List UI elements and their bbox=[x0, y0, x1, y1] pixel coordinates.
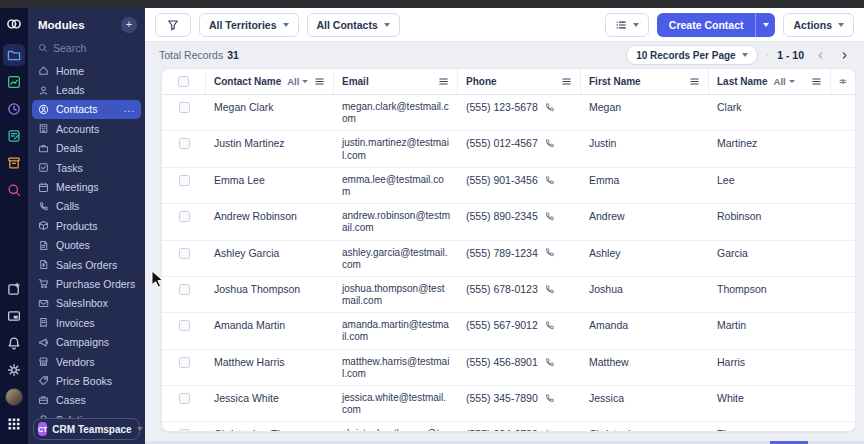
dashboard-chart[interactable] bbox=[3, 71, 25, 93]
actions-dropdown[interactable]: Actions bbox=[783, 13, 854, 37]
more-options-icon[interactable]: ... bbox=[124, 107, 135, 111]
phone-number[interactable]: (555) 567-9012 bbox=[466, 319, 538, 332]
zia-search[interactable] bbox=[3, 179, 25, 201]
row-checkbox[interactable] bbox=[179, 211, 190, 222]
row-checkbox[interactable] bbox=[179, 248, 190, 259]
sidebar-item-invoices[interactable]: Invoices bbox=[32, 313, 141, 332]
notifications-bell[interactable] bbox=[3, 332, 25, 354]
filter-button[interactable] bbox=[155, 13, 191, 37]
first-name-cell[interactable]: Christopher bbox=[581, 422, 709, 431]
view-mode-button[interactable] bbox=[605, 13, 649, 37]
column-menu-button[interactable] bbox=[689, 76, 700, 87]
table-row[interactable]: Ashley Garciaashley.garcia@testmail.com(… bbox=[162, 241, 855, 277]
column-menu-button[interactable] bbox=[438, 76, 449, 87]
sidebar-item-calls[interactable]: Calls bbox=[32, 197, 141, 216]
contact-name-cell[interactable]: Amanda Martin bbox=[206, 313, 334, 337]
column-header-phone[interactable]: Phone bbox=[458, 69, 581, 94]
email-cell[interactable]: joshua.thompson@testmail.com bbox=[334, 277, 458, 312]
territories-dropdown[interactable]: All Territories bbox=[199, 13, 299, 37]
column-header-first-name[interactable]: First Name bbox=[581, 69, 709, 94]
last-name-cell[interactable]: Thomas bbox=[709, 422, 831, 431]
sidebar-item-quotes[interactable]: Quotes bbox=[32, 236, 141, 255]
zoho-logo[interactable] bbox=[3, 13, 25, 35]
email-cell[interactable]: justin.martinez@testmail.com bbox=[334, 131, 458, 166]
last-name-cell[interactable]: Martin bbox=[709, 313, 831, 337]
contact-name-cell[interactable]: Emma Lee bbox=[206, 168, 334, 192]
first-name-cell[interactable]: Andrew bbox=[581, 204, 709, 228]
phone-number[interactable]: (555) 789-1234 bbox=[466, 247, 538, 260]
first-name-cell[interactable]: Jessica bbox=[581, 386, 709, 410]
last-name-cell[interactable]: Robinson bbox=[709, 204, 831, 228]
screen-share[interactable] bbox=[3, 305, 25, 327]
row-checkbox[interactable] bbox=[179, 429, 190, 431]
table-row[interactable]: Jessica Whitejessica.white@testmail.com(… bbox=[162, 386, 855, 422]
column-header-contact-name[interactable]: Contact NameAll bbox=[206, 69, 334, 94]
sidebar-item-campaigns[interactable]: Campaigns bbox=[32, 332, 141, 351]
contact-name-cell[interactable]: Matthew Harris bbox=[206, 350, 334, 374]
table-row[interactable]: Megan Clarkmegan.clark@testmail.com(555)… bbox=[162, 95, 855, 131]
table-row[interactable]: Christopher Thomaschristopher.thomas@tes… bbox=[162, 422, 855, 431]
first-name-cell[interactable]: Ashley bbox=[581, 241, 709, 265]
sidebar-item-home[interactable]: Home bbox=[32, 61, 141, 80]
records-per-page-dropdown[interactable]: 10 Records Per Page bbox=[626, 45, 758, 65]
sidebar-item-cases[interactable]: Cases bbox=[32, 391, 141, 410]
sidebar-item-tasks[interactable]: Tasks bbox=[32, 158, 141, 177]
contact-name-cell[interactable]: Andrew Robinson bbox=[206, 204, 334, 228]
sidebar-item-price-books[interactable]: Price Books bbox=[32, 371, 141, 390]
last-name-cell[interactable]: Clark bbox=[709, 95, 831, 119]
email-cell[interactable]: megan.clark@testmail.com bbox=[334, 95, 458, 130]
phone-number[interactable]: (555) 678-0123 bbox=[466, 283, 538, 296]
modules-folder[interactable] bbox=[3, 44, 25, 66]
phone-number[interactable]: (555) 012-4567 bbox=[466, 137, 538, 150]
table-row[interactable]: Amanda Martinamanda.martin@testmail.com(… bbox=[162, 313, 855, 349]
column-menu-button[interactable] bbox=[811, 76, 822, 87]
row-checkbox[interactable] bbox=[179, 284, 190, 295]
first-name-cell[interactable]: Megan bbox=[581, 95, 709, 119]
phone-number[interactable]: (555) 901-3456 bbox=[466, 174, 538, 187]
previous-page-button[interactable] bbox=[812, 47, 828, 63]
table-row[interactable]: Matthew Harrismatthew.harris@testmail.co… bbox=[162, 350, 855, 386]
sidebar-item-meetings[interactable]: Meetings bbox=[32, 177, 141, 196]
contact-name-cell[interactable]: Justin Martinez bbox=[206, 131, 334, 155]
last-name-cell[interactable]: Harris bbox=[709, 350, 831, 374]
select-all-checkbox[interactable] bbox=[178, 76, 189, 87]
contact-name-cell[interactable]: Jessica White bbox=[206, 386, 334, 410]
row-checkbox[interactable] bbox=[179, 393, 190, 404]
email-cell[interactable]: christopher.thomas@testmail.com bbox=[334, 422, 458, 431]
email-cell[interactable]: ashley.garcia@testmail.com bbox=[334, 241, 458, 276]
row-checkbox[interactable] bbox=[179, 102, 190, 113]
row-checkbox[interactable] bbox=[179, 357, 190, 368]
table-row[interactable]: Andrew Robinsonandrew.robinson@testmail.… bbox=[162, 204, 855, 240]
first-name-cell[interactable]: Joshua bbox=[581, 277, 709, 301]
contact-name-cell[interactable]: Ashley Garcia bbox=[206, 241, 334, 265]
row-checkbox[interactable] bbox=[179, 175, 190, 186]
sidebar-item-products[interactable]: Products bbox=[32, 216, 141, 235]
teamspace-switcher[interactable]: CT CRM Teamspace bbox=[33, 418, 140, 440]
user-avatar[interactable] bbox=[3, 386, 25, 408]
table-row[interactable]: Emma Leeemma.lee@testmail.com(555) 901-3… bbox=[162, 168, 855, 204]
email-cell[interactable]: jessica.white@testmail.com bbox=[334, 386, 458, 421]
contact-name-cell[interactable]: Joshua Thompson bbox=[206, 277, 334, 301]
create-contact-dropdown[interactable] bbox=[755, 13, 775, 37]
phone-number[interactable]: (555) 890-2345 bbox=[466, 210, 538, 223]
notes[interactable] bbox=[3, 125, 25, 147]
phone-number[interactable]: (555) 456-8901 bbox=[466, 356, 538, 369]
sidebar-item-sales-orders[interactable]: Sales Orders bbox=[32, 255, 141, 274]
email-cell[interactable]: emma.lee@testmail.com bbox=[334, 168, 458, 203]
column-header-email[interactable]: Email bbox=[334, 69, 458, 94]
last-name-cell[interactable]: Thompson bbox=[709, 277, 831, 301]
table-row[interactable]: Justin Martinezjustin.martinez@testmail.… bbox=[162, 131, 855, 167]
email-cell[interactable]: amanda.martin@testmail.com bbox=[334, 313, 458, 348]
column-header-last-name[interactable]: Last NameAll bbox=[709, 69, 831, 94]
sidebar-item-deals[interactable]: Deals bbox=[32, 139, 141, 158]
sidebar-item-leads[interactable]: Leads bbox=[32, 80, 141, 99]
view-filter-dropdown[interactable]: All Contacts bbox=[307, 13, 400, 37]
row-checkbox[interactable] bbox=[179, 320, 190, 331]
contact-name-cell[interactable]: Megan Clark bbox=[206, 95, 334, 119]
last-name-cell[interactable]: Martinez bbox=[709, 131, 831, 155]
sidebar-item-vendors[interactable]: Vendors bbox=[32, 352, 141, 371]
email-cell[interactable]: matthew.harris@testmail.com bbox=[334, 350, 458, 385]
activities-clock[interactable] bbox=[3, 98, 25, 120]
column-menu-button[interactable] bbox=[561, 76, 572, 87]
add-module-button[interactable]: + bbox=[121, 17, 137, 33]
